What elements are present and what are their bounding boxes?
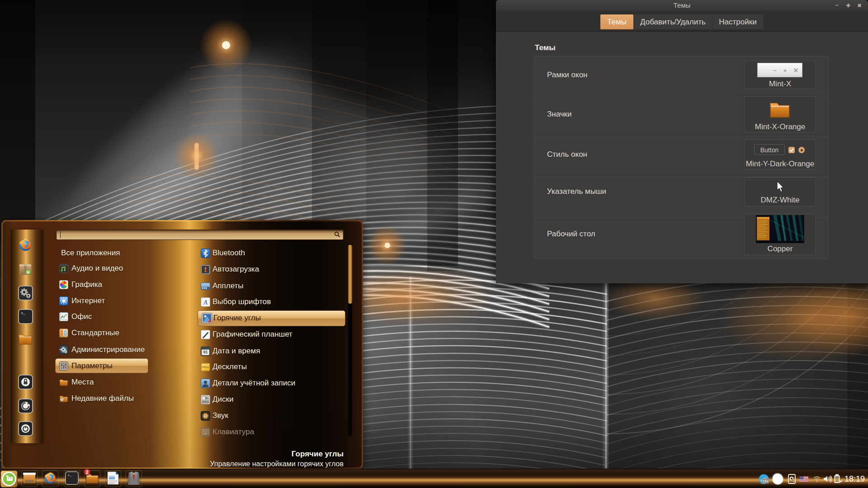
svg-text:m: m — [27, 270, 30, 274]
svg-text:>_: >_ — [68, 474, 72, 477]
svg-text:Notes: Notes — [201, 365, 209, 369]
svg-text:A: A — [203, 299, 208, 306]
svg-text:01: 01 — [203, 350, 208, 354]
svg-text:>_: >_ — [21, 311, 25, 315]
